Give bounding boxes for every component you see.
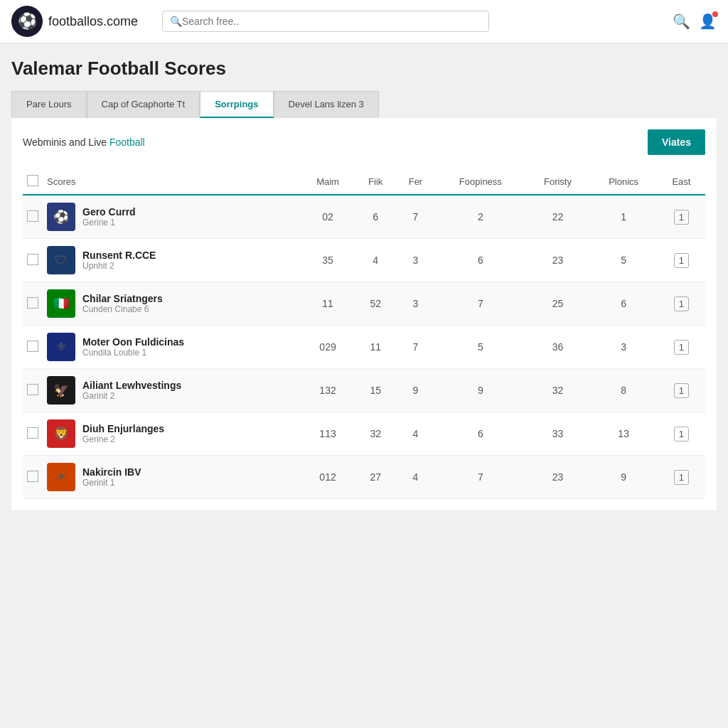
page-content: Valemar Football Scores Pare Lours Cap o… (0, 43, 728, 510)
team-logo: ⚽ (47, 203, 75, 231)
table-row: ☀ Nakircin IBV Gerinit 1 012 27 4 7 23 9… (23, 456, 705, 499)
cell-fiik: 27 (355, 456, 396, 499)
search-input[interactable] (182, 16, 481, 27)
cell-plonics: 3 (590, 326, 658, 369)
cell-foopiness: 5 (435, 326, 525, 369)
logo-suffix: .come (103, 14, 138, 28)
cell-fer: 7 (396, 195, 436, 239)
table-row: 🇮🇹 Chilar Sriatngers Cunden Cinabe 6 11 … (23, 282, 705, 326)
row-checkbox[interactable] (27, 254, 38, 265)
row-checkbox[interactable] (27, 297, 38, 309)
header-checkbox-col (23, 169, 43, 195)
team-col: ☀ Nakircin IBV Gerinit 1 (43, 456, 300, 499)
team-col: ⚜ Moter Oon Fuldicinas Cundila Louble 1 (43, 326, 300, 369)
team-details: Runsent R.CCE Upnhit 2 (82, 250, 156, 271)
site-name: footballos.come (48, 14, 138, 29)
team-sub: Upnhit 2 (82, 261, 156, 271)
row-checkbox[interactable] (27, 210, 38, 222)
team-info: ☀ Nakircin IBV Gerinit 1 (47, 463, 296, 491)
logo-area: ⚽ footballos.come (11, 6, 154, 37)
cell-plonics: 13 (590, 412, 658, 456)
team-col: ⚽ Gero Currd Geririe 1 (43, 195, 300, 239)
cell-fer: 7 (396, 326, 436, 369)
tab-cap-gcaphorte[interactable]: Cap of Gcaphorte Tt (87, 91, 200, 118)
team-info: 🦅 Ailiant Lewhvestings Garinit 2 (47, 376, 296, 405)
team-details: Ailiant Lewhvestings Garinit 2 (82, 380, 181, 401)
cell-east: 1 (658, 282, 705, 326)
notification-dot (712, 11, 718, 17)
team-sub: Cunden Cinabe 6 (82, 304, 163, 314)
profile-icon[interactable]: 👤 (699, 13, 717, 30)
cell-foristy: 33 (525, 412, 589, 456)
subtitle-text: Webminis and Live Football (23, 136, 145, 148)
subtitle-bar: Webminis and Live Football Viates (23, 129, 705, 155)
header-fiik: Fiik (355, 169, 396, 195)
team-info: 🛡 Runsent R.CCE Upnhit 2 (47, 246, 296, 274)
east-badge: 1 (674, 210, 689, 225)
table-row: 🦁 Diuh Enjurlanges Gerine 2 113 32 4 6 3… (23, 412, 705, 456)
cell-foristy: 25 (525, 282, 589, 326)
east-badge: 1 (674, 253, 689, 268)
select-all-checkbox[interactable] (27, 175, 38, 186)
team-logo: 🦅 (47, 376, 75, 405)
header-foopiness: Foopiness (435, 169, 525, 195)
east-badge: 1 (674, 383, 689, 398)
table-row: 🛡 Runsent R.CCE Upnhit 2 35 4 3 6 23 5 1 (23, 239, 705, 282)
cell-fiik: 32 (355, 412, 396, 456)
cell-east: 1 (658, 369, 705, 412)
cell-plonics: 8 (590, 369, 658, 412)
team-name: Ailiant Lewhvestings (82, 380, 181, 391)
team-sub: Geririe 1 (82, 218, 136, 228)
cell-plonics: 6 (590, 282, 658, 326)
table-row: ⚽ Gero Currd Geririe 1 02 6 7 2 22 1 1 (23, 195, 705, 239)
cell-maim: 132 (300, 369, 355, 412)
team-info: 🇮🇹 Chilar Sriatngers Cunden Cinabe 6 (47, 289, 296, 318)
header-scores: Scores (43, 169, 300, 195)
cell-plonics: 9 (590, 456, 658, 499)
team-info: 🦁 Diuh Enjurlanges Gerine 2 (47, 419, 296, 448)
row-checkbox[interactable] (27, 427, 38, 439)
cell-maim: 02 (300, 195, 355, 239)
row-checkbox-cell (23, 326, 43, 369)
cell-fer: 4 (396, 456, 436, 499)
cell-fiik: 52 (355, 282, 396, 326)
table-row: ⚜ Moter Oon Fuldicinas Cundila Louble 1 … (23, 326, 705, 369)
header-plonics: Plonics (590, 169, 658, 195)
tabs: Pare Lours Cap of Gcaphorte Tt Sorrpings… (11, 91, 717, 118)
team-logo: ☀ (47, 463, 75, 491)
cell-east: 1 (658, 326, 705, 369)
cell-east: 1 (658, 239, 705, 282)
team-sub: Garinit 2 (82, 391, 181, 401)
header-fer: Fer (396, 169, 436, 195)
viates-button[interactable]: Viates (648, 129, 705, 155)
tab-sorrpings[interactable]: Sorrpings (200, 91, 273, 118)
cell-fiik: 15 (355, 369, 396, 412)
cell-plonics: 5 (590, 239, 658, 282)
logo-brand: footballos (48, 14, 103, 28)
header-foristy: Foristy (525, 169, 589, 195)
row-checkbox-cell (23, 195, 43, 239)
team-name: Diuh Enjurlanges (82, 423, 164, 434)
search-bar[interactable]: 🔍 (162, 11, 489, 32)
tab-pare-lours[interactable]: Pare Lours (11, 91, 87, 118)
header-icons: 🔍 👤 (673, 13, 717, 30)
cell-foopiness: 6 (435, 239, 525, 282)
east-badge: 1 (674, 296, 689, 311)
search-icon-btn[interactable]: 🔍 (673, 13, 690, 30)
cell-fer: 9 (396, 369, 436, 412)
tab-devel-lans[interactable]: Devel Lans lizen 3 (274, 91, 379, 118)
row-checkbox[interactable] (27, 341, 38, 352)
team-logo: 🦁 (47, 419, 75, 448)
team-info: ⚜ Moter Oon Fuldicinas Cundila Louble 1 (47, 333, 296, 361)
team-sub: Gerine 2 (82, 434, 164, 444)
team-name: Runsent R.CCE (82, 250, 156, 261)
cell-foristy: 23 (525, 456, 589, 499)
row-checkbox[interactable] (27, 471, 38, 482)
row-checkbox[interactable] (27, 384, 38, 395)
table-row: 🦅 Ailiant Lewhvestings Garinit 2 132 15 … (23, 369, 705, 412)
football-link[interactable]: Football (109, 136, 145, 148)
team-name: Moter Oon Fuldicinas (82, 336, 184, 348)
search-icon: 🔍 (170, 16, 182, 27)
main-area: Webminis and Live Football Viates Scores… (11, 118, 717, 510)
east-badge: 1 (674, 427, 689, 441)
